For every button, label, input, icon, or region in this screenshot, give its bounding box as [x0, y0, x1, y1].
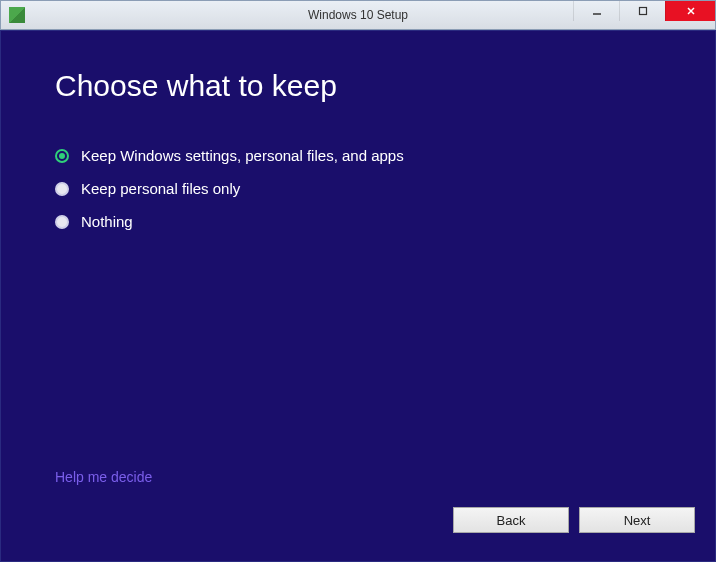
content-area: Choose what to keep Keep Windows setting…	[0, 30, 716, 562]
svg-rect-1	[639, 8, 646, 15]
option-label: Nothing	[81, 213, 133, 230]
next-button[interactable]: Next	[579, 507, 695, 533]
footer-buttons: Back Next	[453, 507, 695, 533]
app-icon	[9, 7, 25, 23]
radio-icon	[55, 149, 69, 163]
option-keep-all[interactable]: Keep Windows settings, personal files, a…	[55, 147, 661, 164]
back-button[interactable]: Back	[453, 507, 569, 533]
option-keep-files[interactable]: Keep personal files only	[55, 180, 661, 197]
options-group: Keep Windows settings, personal files, a…	[55, 147, 661, 230]
maximize-button[interactable]	[619, 1, 665, 21]
close-button[interactable]	[665, 1, 715, 21]
radio-icon	[55, 182, 69, 196]
minimize-button[interactable]	[573, 1, 619, 21]
titlebar: Windows 10 Setup	[0, 0, 716, 30]
window-controls	[573, 1, 715, 21]
option-label: Keep personal files only	[81, 180, 240, 197]
page-heading: Choose what to keep	[55, 69, 661, 103]
option-label: Keep Windows settings, personal files, a…	[81, 147, 404, 164]
option-nothing[interactable]: Nothing	[55, 213, 661, 230]
radio-icon	[55, 215, 69, 229]
help-link[interactable]: Help me decide	[55, 469, 152, 485]
